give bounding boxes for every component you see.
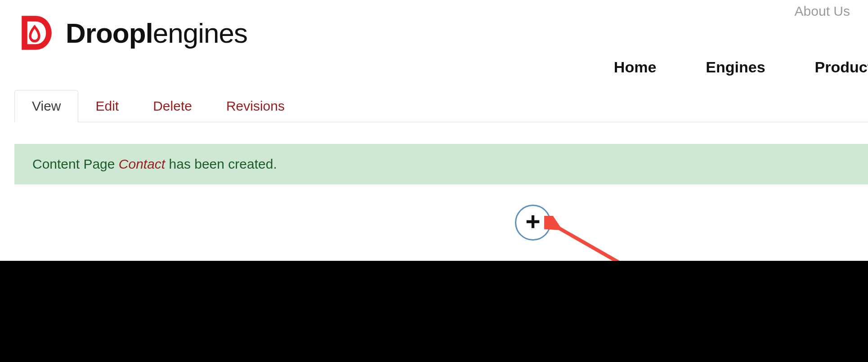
logo-text-light: engines bbox=[153, 18, 247, 49]
droopl-logo-icon bbox=[14, 13, 55, 53]
about-us-link[interactable]: About Us bbox=[795, 4, 850, 19]
content-tabs: View Edit Delete Revisions bbox=[14, 90, 868, 122]
tab-view[interactable]: View bbox=[14, 90, 78, 122]
status-prefix: Content Page bbox=[32, 156, 119, 171]
nav-product[interactable]: Product bbox=[815, 58, 868, 76]
add-block-button[interactable] bbox=[515, 205, 551, 241]
status-message: Content Page Contact has been created. bbox=[14, 144, 868, 184]
status-suffix: has been created. bbox=[165, 156, 277, 171]
logo-text-bold: Droopl bbox=[66, 18, 153, 49]
site-logo[interactable]: Drooplengines bbox=[14, 13, 247, 53]
tab-delete[interactable]: Delete bbox=[136, 90, 209, 122]
status-content-link[interactable]: Contact bbox=[119, 156, 165, 171]
tab-revisions[interactable]: Revisions bbox=[209, 90, 302, 122]
site-logo-text: Drooplengines bbox=[66, 17, 247, 49]
footer-region bbox=[0, 261, 868, 362]
nav-engines[interactable]: Engines bbox=[706, 58, 765, 76]
plus-icon bbox=[524, 213, 541, 232]
nav-home[interactable]: Home bbox=[614, 58, 656, 76]
tab-edit[interactable]: Edit bbox=[78, 90, 136, 122]
primary-nav: Home Engines Product bbox=[614, 58, 868, 76]
